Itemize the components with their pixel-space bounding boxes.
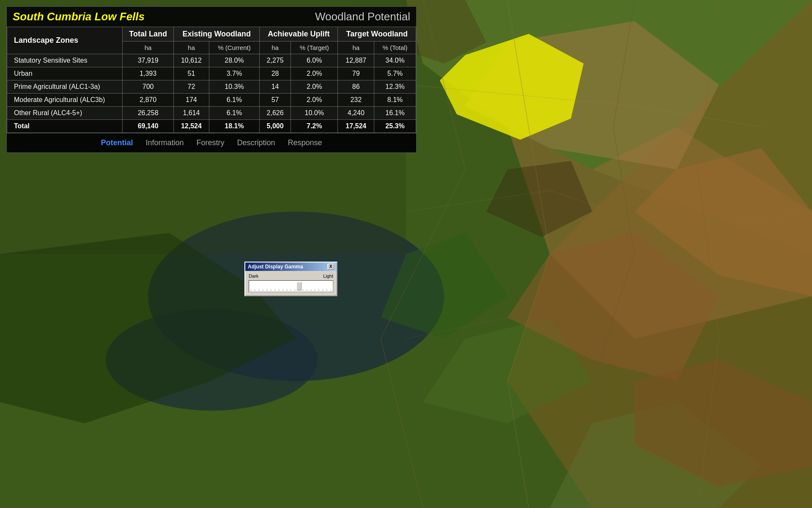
subheader-achiev-ha: ha [260,41,291,54]
table-row: Prime Agricultural (ALC1-3a) 700 72 10.3… [7,80,416,94]
total-label: Total [7,120,123,133]
target-pct: 12.3% [374,80,416,94]
gamma-dark-label: Dark [249,273,258,279]
exist-pct: 6.1% [209,107,260,120]
zone-name: Statutory Sensitive Sites [7,54,123,67]
tab-response[interactable]: Response [288,138,322,147]
total-achiev-pct: 7.2% [291,120,338,133]
gamma-slider-container [249,280,333,292]
subheader-target-pct: % (Total) [374,41,416,54]
subheader-exist-pct: % (Current) [209,41,260,54]
col-header-target: Target Woodland [338,27,416,41]
total-target-ha: 17,524 [338,120,374,133]
achiev-pct: 2.0% [291,94,338,107]
exist-pct: 10.3% [209,80,260,94]
exist-ha: 51 [174,67,209,80]
table-row: Statutory Sensitive Sites 37,919 10,612 … [7,54,416,67]
tab-information[interactable]: Information [145,138,184,147]
subheader-achiev-pct: % (Target) [291,41,338,54]
gamma-dialog-body: Dark Light [245,271,337,295]
exist-ha: 1,614 [174,107,209,120]
tab-potential[interactable]: Potential [101,138,133,147]
zone-name: Moderate Agricultural (ALC3b) [7,94,123,107]
zone-name: Other Rural (ALC4-5+) [7,107,123,120]
gamma-dialog-title: Adjust Display Gamma [248,264,303,270]
target-ha: 79 [338,67,374,80]
table-row: Moderate Agricultural (ALC3b) 2,870 174 … [7,94,416,107]
tab-forestry[interactable]: Forestry [196,138,224,147]
exist-ha: 174 [174,94,209,107]
table-row: Other Rural (ALC4-5+) 26,258 1,614 6.1% … [7,107,416,120]
total-ha: 1,393 [122,67,173,80]
woodland-table: Landscape Zones Total Land Existing Wood… [7,27,416,133]
target-ha: 4,240 [338,107,374,120]
gamma-dialog[interactable]: Adjust Display Gamma X Dark Light [244,262,337,296]
zone-name: Prime Agricultural (ALC1-3a) [7,80,123,94]
col-header-landscape: Landscape Zones [7,27,123,54]
main-panel: South Cumbria Low Fells Woodland Potenti… [6,6,417,153]
col-header-existing: Existing Woodland [174,27,260,41]
target-ha: 232 [338,94,374,107]
achiev-ha: 14 [260,80,291,94]
subheader-target-ha: ha [338,41,374,54]
col-header-achievable: Achievable Uplift [260,27,338,41]
total-exist-pct: 18.1% [209,120,260,133]
exist-ha: 72 [174,80,209,94]
exist-ha: 10,612 [174,54,209,67]
target-pct: 16.1% [374,107,416,120]
total-ha: 2,870 [122,94,173,107]
achiev-ha: 28 [260,67,291,80]
target-pct: 8.1% [374,94,416,107]
total-ha: 700 [122,80,173,94]
panel-header: South Cumbria Low Fells Woodland Potenti… [7,7,416,27]
region-title: South Cumbria Low Fells [13,10,145,23]
achiev-ha: 57 [260,94,291,107]
target-ha: 86 [338,80,374,94]
zone-name: Urban [7,67,123,80]
achiev-pct: 2.0% [291,80,338,94]
total-row: Total 69,140 12,524 18.1% 5,000 7.2% 17,… [7,120,416,133]
total-ha: 37,919 [122,54,173,67]
achiev-ha: 2,275 [260,54,291,67]
col-header-total-land: Total Land [122,27,173,41]
panel-subtitle: Woodland Potential [315,10,410,23]
total-exist-ha: 12,524 [174,120,209,133]
subheader-total-ha: ha [122,41,173,54]
subheader-exist-ha: ha [174,41,209,54]
target-pct: 5.7% [374,67,416,80]
achiev-pct: 2.0% [291,67,338,80]
exist-pct: 3.7% [209,67,260,80]
gamma-close-button[interactable]: X [327,264,334,270]
achiev-pct: 6.0% [291,54,338,67]
total-total-ha: 69,140 [122,120,173,133]
total-achiev-ha: 5,000 [260,120,291,133]
achiev-pct: 10.0% [291,107,338,120]
achiev-ha: 2,626 [260,107,291,120]
total-ha: 26,258 [122,107,173,120]
tab-description[interactable]: Description [237,138,275,147]
exist-pct: 6.1% [209,94,260,107]
total-target-pct: 25.3% [374,120,416,133]
target-ha: 12,887 [338,54,374,67]
gamma-slider[interactable] [249,282,333,290]
target-pct: 34.0% [374,54,416,67]
table-row: Urban 1,393 51 3.7% 28 2.0% 79 5.7% [7,67,416,80]
exist-pct: 28.0% [209,54,260,67]
gamma-labels: Dark Light [249,273,333,279]
gamma-light-label: Light [323,273,333,279]
gamma-title-bar: Adjust Display Gamma X [245,262,337,271]
tab-bar: PotentialInformationForestryDescriptionR… [7,133,416,152]
